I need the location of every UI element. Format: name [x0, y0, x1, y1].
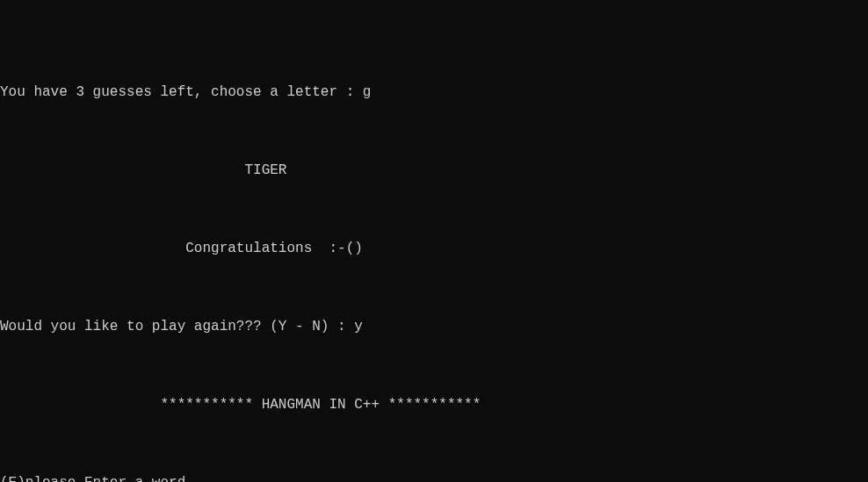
blank-line: [0, 356, 868, 376]
output-congrats: Congratulations :-(): [0, 239, 868, 258]
blank-line: [0, 121, 868, 140]
menu-option-e: (E)please Enter a word: [0, 473, 868, 482]
output-title-banner: *********** HANGMAN IN C++ ***********: [0, 395, 868, 414]
blank-line: [0, 435, 868, 454]
blank-line: [0, 278, 868, 298]
output-guess-prompt-1: You have 3 guesses left, choose a letter…: [0, 83, 868, 102]
output-word-reveal: TIGER: [0, 161, 868, 180]
blank-line: [0, 200, 868, 219]
output-play-again-prompt: Would you like to play again??? (Y - N) …: [0, 317, 868, 336]
